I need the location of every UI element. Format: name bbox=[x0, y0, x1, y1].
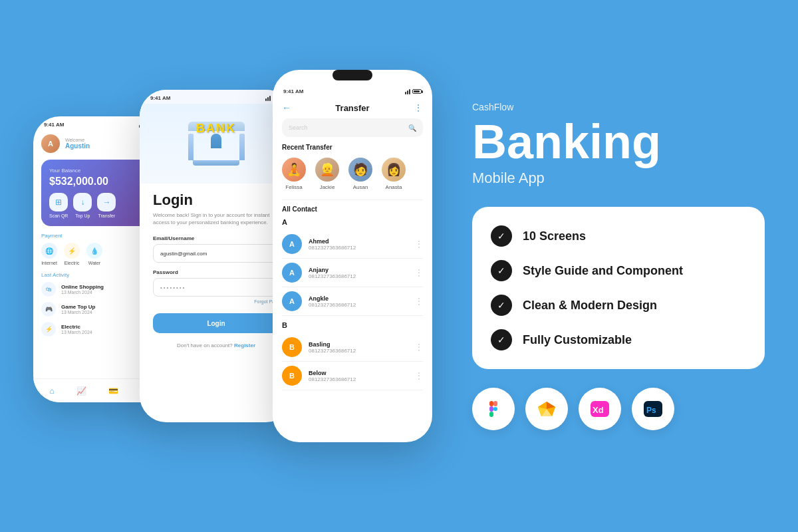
password-label: Password bbox=[153, 269, 279, 275]
register-action[interactable]: Register bbox=[234, 342, 255, 348]
svg-point-4 bbox=[493, 407, 497, 411]
login-status-bar: 9:41 AM bbox=[140, 90, 293, 104]
contact-ahmed[interactable]: A Ahmed 0812327363686712 ⋮ bbox=[282, 230, 423, 259]
contact-basling[interactable]: B Basling 0812327363686712 ⋮ bbox=[282, 333, 423, 362]
angkle-name: Angkle bbox=[309, 295, 408, 302]
feature-style: ✓ Style Guide and Component bbox=[491, 260, 746, 281]
login-button[interactable]: Login bbox=[153, 313, 279, 333]
email-field[interactable]: agustin@gmail.com bbox=[153, 244, 279, 263]
search-bar[interactable]: Search 🔍 bbox=[282, 118, 423, 137]
feature-custom: ✓ Fully Customizable bbox=[491, 329, 746, 350]
login-title: Login bbox=[153, 192, 279, 209]
checkmark-3: ✓ bbox=[497, 300, 505, 311]
ahmed-name: Ahmed bbox=[309, 238, 408, 245]
more-options-button[interactable]: ⋮ bbox=[414, 102, 423, 113]
transfer-btn[interactable]: → Transfer bbox=[97, 193, 116, 218]
feature-style-label: Style Guide and Component bbox=[523, 264, 683, 278]
home-nav-icon[interactable]: ⌂ bbox=[49, 386, 54, 396]
top-up-btn[interactable]: ↓ Top Up bbox=[73, 193, 92, 218]
check-screens-icon: ✓ bbox=[491, 225, 512, 247]
below-info: Below 0812327363686712 bbox=[309, 370, 408, 382]
welcome-text: Welcome bbox=[65, 138, 90, 142]
svg-text:Xd: Xd bbox=[593, 405, 604, 415]
contact-jackie[interactable]: 👱 Jackie bbox=[315, 158, 339, 190]
action-buttons: ⊞ Scan QR ↓ Top Up → Transfer bbox=[49, 193, 150, 218]
jackie-avatar: 👱 bbox=[315, 158, 339, 182]
angkle-more-icon[interactable]: ⋮ bbox=[415, 297, 423, 306]
anjany-name: Anjany bbox=[309, 267, 408, 273]
transfer-status-icons bbox=[405, 89, 422, 94]
basling-number: 0812327363686712 bbox=[309, 348, 408, 354]
tools-row: Xd Ps bbox=[472, 388, 765, 430]
contact-felissa[interactable]: 🧘 Felissa bbox=[282, 158, 306, 190]
recent-contacts: 🧘 Felissa 👱 Jackie 🧑 Ausan 👩 Anasta bbox=[282, 158, 423, 190]
transfer-title: Transfer bbox=[291, 103, 414, 113]
check-design-icon: ✓ bbox=[491, 295, 512, 316]
checkmark-4: ✓ bbox=[497, 334, 505, 345]
transfer-icon: → bbox=[97, 193, 116, 211]
internet-icon: 🌐 bbox=[41, 243, 57, 259]
register-text: Don't have on account? bbox=[177, 342, 233, 348]
anjany-info: Anjany 0812327363686712 bbox=[309, 267, 408, 279]
balance-label: Your Balance bbox=[49, 168, 150, 174]
contact-anasta[interactable]: 👩 Anasta bbox=[382, 158, 406, 190]
password-field[interactable]: •••••••• bbox=[153, 278, 279, 297]
back-button[interactable]: ← bbox=[282, 102, 291, 113]
anjany-number: 0812327363686712 bbox=[309, 273, 408, 279]
svg-rect-3 bbox=[489, 412, 493, 417]
right-section: CashFlow Banking Mobile App ✓ 10 Screens… bbox=[472, 102, 765, 430]
svg-rect-2 bbox=[489, 406, 493, 412]
main-container: 9:41 AM A Welcome Agustin You bbox=[33, 50, 765, 482]
shopping-name: Online Shopping bbox=[61, 284, 151, 290]
login-subtitle: Welcome back! Sign in to your account fo… bbox=[153, 211, 279, 226]
bank-pillars bbox=[188, 134, 245, 160]
contact-ausan[interactable]: 🧑 Ausan bbox=[348, 158, 372, 190]
internet-payment[interactable]: 🌐 Internet bbox=[41, 243, 57, 265]
water-payment[interactable]: 💧 Water bbox=[86, 243, 102, 265]
svg-rect-1 bbox=[493, 401, 497, 406]
pillar-2 bbox=[239, 134, 245, 160]
ahmed-more-icon[interactable]: ⋮ bbox=[415, 239, 423, 249]
game-name: Game Top Up bbox=[61, 304, 151, 310]
login-time: 9:41 AM bbox=[150, 95, 170, 101]
electric-label: Electric bbox=[65, 261, 80, 265]
phone-login: 9:41 AM BANK bbox=[140, 90, 293, 422]
transfer-battery-icon bbox=[412, 89, 422, 94]
below-more-icon[interactable]: ⋮ bbox=[415, 371, 423, 380]
below-initial: B bbox=[282, 366, 302, 386]
scan-qr-btn[interactable]: ⊞ Scan QR bbox=[49, 193, 68, 218]
shopping-icon: 🛍 bbox=[41, 282, 56, 297]
below-number: 0812327363686712 bbox=[309, 376, 408, 382]
transfer-notch bbox=[332, 70, 372, 80]
contact-below[interactable]: B Below 0812327363686712 ⋮ bbox=[282, 362, 423, 390]
divider-1 bbox=[282, 200, 423, 200]
contact-anjany[interactable]: A Anjany 0812327363686712 ⋮ bbox=[282, 259, 423, 287]
features-card: ✓ 10 Screens ✓ Style Guide and Component… bbox=[472, 207, 765, 369]
transfer-time: 9:41 AM bbox=[283, 88, 303, 94]
svg-text:Ps: Ps bbox=[646, 406, 656, 415]
email-label: Email/Username bbox=[153, 235, 279, 241]
transfer-label: Transfer bbox=[98, 213, 116, 218]
contact-angkle[interactable]: A Angkle 0812327363686712 ⋮ bbox=[282, 287, 423, 316]
basling-more-icon[interactable]: ⋮ bbox=[415, 342, 423, 352]
bank-roof: BANK bbox=[188, 122, 245, 131]
feature-design-label: Clean & Modern Design bbox=[523, 299, 657, 313]
ahmed-info: Ahmed 0812327363686712 bbox=[309, 238, 408, 251]
basling-info: Basling 0812327363686712 bbox=[309, 341, 408, 354]
shopping-info: Online Shopping 13 March 2024 bbox=[61, 284, 151, 295]
login-content: Login Welcome back! Sign in to your acco… bbox=[140, 192, 293, 359]
chart-nav-icon[interactable]: 📈 bbox=[76, 386, 86, 396]
electric-payment[interactable]: ⚡ Electric bbox=[64, 243, 80, 265]
forgot-password-link[interactable]: Forgot Pass bbox=[153, 299, 279, 304]
anasta-name: Anasta bbox=[386, 184, 402, 190]
scan-qr-label: Scan QR bbox=[49, 213, 68, 218]
anjany-more-icon[interactable]: ⋮ bbox=[415, 268, 423, 277]
top-up-label: Top Up bbox=[75, 213, 90, 218]
card-nav-icon[interactable]: 💳 bbox=[108, 386, 118, 396]
felissa-name: Felissa bbox=[285, 184, 302, 190]
photoshop-tool: Ps bbox=[632, 388, 674, 430]
electric-icon: ⚡ bbox=[64, 243, 80, 259]
sketch-tool bbox=[525, 388, 568, 430]
basling-name: Basling bbox=[309, 341, 408, 348]
anasta-avatar: 👩 bbox=[382, 158, 406, 182]
